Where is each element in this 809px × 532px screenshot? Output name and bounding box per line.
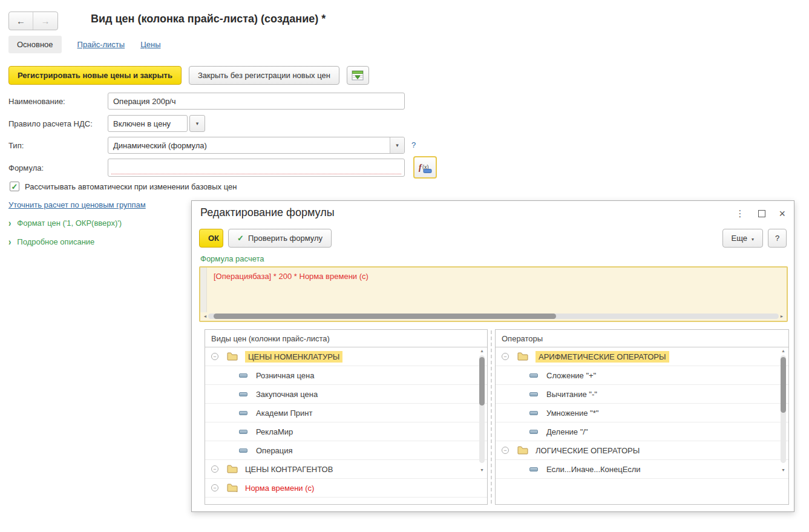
tree-item[interactable]: Сложение "+"	[496, 366, 788, 385]
collapse-toggle-icon[interactable]: −	[211, 465, 218, 473]
price-register-button[interactable]	[347, 66, 369, 85]
tree-item-label: Вычитание "-"	[546, 390, 597, 399]
tree-item-label: ЛОГИЧЕСКИЕ ОПЕРАТОРЫ	[536, 446, 640, 455]
name-input[interactable]: Операция 200р/ч	[108, 93, 405, 110]
operators-scrollbar[interactable]: ▲ ▼	[779, 349, 787, 501]
tree-item[interactable]: Умножение "*"	[496, 404, 788, 422]
collapse-toggle-icon[interactable]: −	[211, 484, 218, 491]
panel-splitter[interactable]	[488, 329, 495, 505]
name-field-label: Наименование:	[8, 97, 65, 106]
price-register-table-icon	[352, 70, 364, 80]
tree-item-label: РеклаМир	[256, 427, 293, 436]
page-title: Вид цен (колонка прайс-листа) (создание)…	[91, 13, 326, 25]
type-combo-arrow-icon[interactable]: ▾	[390, 137, 404, 153]
back-button[interactable]: ←	[9, 12, 33, 30]
tree-item[interactable]: Операция	[205, 441, 487, 460]
formula-field-label: Формула:	[8, 163, 44, 172]
check-icon: ✓	[237, 234, 244, 243]
tree-item[interactable]: − ЦЕНЫ КОНТРАГЕНТОВ	[205, 460, 487, 479]
auto-recalc-row: ✓ Рассчитывать автоматически при изменен…	[10, 182, 237, 191]
tree-item-label: АРИФМЕТИЧЕСКИЕ ОПЕРАТОРЫ	[536, 351, 669, 363]
window-menu-icon[interactable]: ⋮	[735, 208, 745, 219]
formula-editor-area[interactable]: [Операциябаза] * 200 * Норма времени (с)…	[199, 266, 788, 322]
vat-field-label: Правило расчета НДС:	[8, 119, 93, 128]
tab-pricelists[interactable]: Прайс-листы	[77, 40, 125, 49]
type-combo[interactable]: Динамический (формула) ▾	[108, 137, 405, 154]
price-kind-icon	[239, 411, 247, 415]
collapse-toggle-icon[interactable]: −	[502, 353, 509, 360]
scroll-up-icon[interactable]: ▲	[779, 349, 787, 353]
maximize-icon[interactable]	[758, 210, 765, 217]
scroll-up-icon[interactable]: ▲	[478, 349, 486, 353]
price-kinds-scrollbar[interactable]: ▲ ▼	[478, 349, 486, 501]
forward-button[interactable]: →	[33, 12, 57, 30]
help-button[interactable]: ?	[768, 229, 787, 248]
ok-button[interactable]: ОК	[199, 229, 223, 248]
tree-item[interactable]: Розничная цена	[205, 366, 487, 385]
scrollbar-thumb[interactable]	[479, 357, 485, 406]
vat-combo[interactable]: Включен в цену ▾	[108, 115, 205, 132]
close-icon[interactable]: ×	[779, 210, 785, 217]
tree-item-label: Если...Иначе...КонецЕсли	[546, 465, 641, 474]
price-kinds-panel: Виды цен (колонки прайс-листа) − ЦЕНЫ НО…	[205, 329, 488, 505]
formula-text[interactable]: [Операциябаза] * 200 * Норма времени (с)	[214, 272, 368, 281]
scrollbar-thumb[interactable]	[214, 314, 556, 319]
formula-fx-icon: f (x)	[418, 162, 432, 173]
close-without-register-button[interactable]: Закрыть без регистрации новых цен	[189, 66, 339, 85]
command-bar: Регистрировать новые цены и закрыть Закр…	[8, 66, 369, 85]
tree-item[interactable]: Академи Принт	[205, 404, 487, 422]
vat-combo-value[interactable]: Включен в цену	[108, 115, 188, 132]
scroll-left-icon[interactable]: ◄	[202, 314, 208, 318]
price-kinds-header: Виды цен (колонки прайс-листа)	[205, 330, 487, 347]
tree-item[interactable]: − Норма времени (с)	[205, 479, 487, 498]
register-and-close-button[interactable]: Регистрировать новые цены и закрыть	[8, 66, 182, 85]
tree-item[interactable]: Если...Иначе...КонецЕсли	[496, 460, 788, 479]
tree-item[interactable]: Деление "/"	[496, 422, 788, 441]
scrollbar-thumb[interactable]	[781, 357, 786, 413]
tab-prices[interactable]: Цены	[140, 40, 160, 49]
operator-icon	[529, 411, 538, 415]
price-groups-link[interactable]: Уточнить расчет по ценовым группам	[8, 200, 146, 209]
dialog-command-bar: ОК ✓Проверить формулу Еще▾ ?	[199, 229, 787, 248]
price-kind-icon	[239, 392, 247, 396]
tree-item-label: Деление "/"	[546, 427, 588, 436]
tree-item-label: Умножение "*"	[546, 409, 598, 418]
auto-recalc-checkbox[interactable]: ✓	[10, 182, 19, 191]
operator-icon	[529, 430, 538, 434]
formula-section-label: Формула расчета	[200, 254, 264, 263]
tree-item-label: Академи Принт	[256, 409, 312, 418]
tree-item[interactable]: − ЦЕНЫ НОМЕНКЛАТУРЫ	[205, 347, 487, 366]
more-button[interactable]: Еще▾	[722, 229, 763, 248]
collapse-toggle-icon[interactable]: −	[502, 447, 509, 454]
open-formula-editor-button[interactable]: f (x)	[413, 156, 437, 179]
dialog-title: Редактирование формулы	[200, 206, 335, 219]
price-format-expander[interactable]: › Формат цен ('1, ОКР(вверх)')	[8, 218, 122, 228]
price-kind-icon	[239, 430, 247, 434]
tree-item[interactable]: РеклаМир	[205, 422, 487, 441]
dialog-window-controls: ⋮ ×	[735, 208, 785, 219]
tree-item[interactable]: − АРИФМЕТИЧЕСКИЕ ОПЕРАТОРЫ	[496, 347, 788, 366]
dropdown-arrow-icon: ▾	[752, 237, 754, 242]
scroll-down-icon[interactable]: ▼	[779, 468, 787, 472]
collapse-toggle-icon[interactable]: −	[211, 353, 218, 360]
description-expander[interactable]: › Подробное описание	[8, 237, 94, 246]
chevron-right-icon: ›	[8, 236, 11, 248]
tree-item[interactable]: Закупочная цена	[205, 385, 487, 404]
formula-horizontal-scrollbar[interactable]: ◄ ►	[202, 313, 785, 320]
tree-item-label: ЦЕНЫ НОМЕНКЛАТУРЫ	[245, 351, 342, 363]
check-formula-button[interactable]: ✓Проверить формулу	[228, 229, 332, 248]
folder-icon	[227, 465, 238, 473]
tab-main[interactable]: Основное	[8, 36, 62, 53]
formula-input[interactable]	[108, 159, 405, 177]
tree-item-label: Сложение "+"	[546, 371, 596, 380]
tree-item[interactable]: Вычитание "-"	[496, 385, 788, 404]
name-input-value: Операция 200р/ч	[113, 97, 176, 106]
tree-item-label: Операция	[256, 446, 293, 455]
scroll-down-icon[interactable]: ▼	[478, 468, 486, 472]
type-help-link[interactable]: ?	[411, 140, 416, 149]
scroll-right-icon[interactable]: ►	[779, 314, 785, 318]
vat-combo-arrow-icon[interactable]: ▾	[189, 115, 205, 132]
tree-item[interactable]: − ЛОГИЧЕСКИЕ ОПЕРАТОРЫ	[496, 441, 788, 460]
price-kind-icon	[239, 448, 247, 453]
operators-header: Операторы	[496, 330, 788, 347]
